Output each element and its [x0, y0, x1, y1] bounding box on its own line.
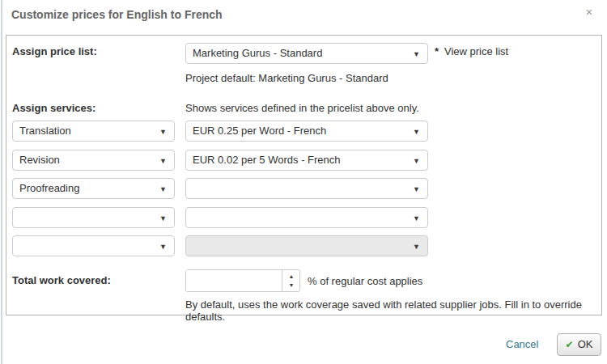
chevron-down-icon: ▼	[159, 208, 167, 228]
ok-button[interactable]: ✔OK	[557, 333, 601, 356]
ok-button-label: OK	[578, 338, 593, 350]
service-select-4[interactable]: ▼	[12, 207, 175, 228]
services-label: Assign services:	[12, 102, 96, 114]
checkmark-icon: ✔	[566, 339, 574, 350]
stepper-up-icon[interactable]: ▲	[282, 270, 300, 281]
close-icon[interactable]: ×	[582, 5, 596, 19]
price-select-3[interactable]: ▼	[185, 178, 428, 199]
dialog-title: Customize prices for English to French	[11, 8, 223, 21]
service-select-5[interactable]: ▼	[12, 235, 175, 256]
view-price-list-link[interactable]: View price list	[444, 45, 508, 57]
service-select-1[interactable]: Translation ▼	[12, 121, 175, 142]
service-select-3-value: Proofreading	[19, 182, 79, 194]
stepper-buttons: ▲ ▼	[282, 270, 299, 291]
price-select-1[interactable]: EUR 0.25 per Word - French ▼	[185, 121, 428, 142]
chevron-down-icon: ▼	[413, 208, 420, 228]
service-select-2[interactable]: Revision ▼	[12, 150, 175, 171]
chevron-down-icon: ▼	[159, 150, 167, 171]
chevron-down-icon: ▼	[159, 179, 167, 199]
price-list-label: Assign price list:	[12, 45, 97, 57]
work-covered-hint: By default, uses the work coverage saved…	[185, 298, 601, 323]
service-select-2-value: Revision	[19, 154, 60, 166]
work-covered-stepper[interactable]: ▲ ▼	[185, 269, 300, 292]
chevron-down-icon: ▼	[159, 236, 167, 256]
price-select-4[interactable]: ▼	[185, 207, 428, 228]
chevron-down-icon: ▼	[159, 121, 167, 142]
price-select-5: ▼	[185, 235, 428, 256]
chevron-down-icon: ▼	[413, 44, 420, 64]
chevron-down-icon: ▼	[413, 179, 420, 199]
price-select-2[interactable]: EUR 0.02 per 5 Words - French ▼	[185, 150, 428, 171]
work-covered-suffix: % of regular cost applies	[308, 275, 422, 287]
chevron-down-icon: ▼	[413, 236, 420, 256]
dialog-body: Assign price list: Marketing Gurus - Sta…	[6, 35, 602, 315]
cancel-button[interactable]: Cancel	[506, 338, 538, 350]
project-default-text: Project default: Marketing Gurus - Stand…	[185, 72, 388, 84]
modal-left-edge	[1, 0, 2, 364]
price-list-selected-value: Marketing Gurus - Standard	[193, 47, 322, 59]
price-select-2-value: EUR 0.02 per 5 Words - French	[193, 154, 341, 166]
services-hint: Shows services defined in the pricelist …	[185, 102, 419, 114]
chevron-down-icon: ▼	[413, 121, 420, 142]
chevron-down-icon: ▼	[413, 150, 420, 171]
price-select-1-value: EUR 0.25 per Word - French	[193, 125, 326, 137]
service-select-3[interactable]: Proofreading ▼	[12, 178, 175, 199]
price-list-select[interactable]: Marketing Gurus - Standard ▼	[185, 43, 428, 64]
required-asterisk: *	[435, 45, 439, 57]
stepper-down-icon[interactable]: ▼	[282, 281, 300, 291]
service-select-1-value: Translation	[19, 125, 71, 137]
work-covered-input[interactable]	[186, 270, 277, 291]
work-covered-label: Total work covered:	[12, 274, 111, 286]
